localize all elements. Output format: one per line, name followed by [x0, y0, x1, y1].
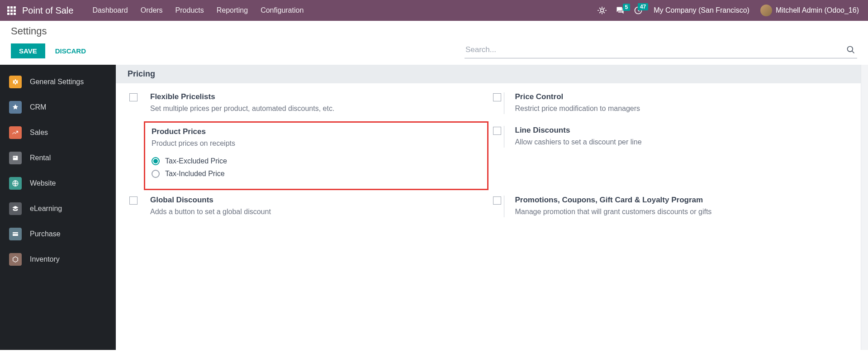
radio-tax-excluded[interactable]: Tax-Excluded Price [152, 157, 481, 165]
setting-desc: Set multiple prices per product, automat… [150, 103, 482, 114]
sidebar-item-elearning[interactable]: eLearning [0, 196, 116, 221]
section-title: Pricing [128, 69, 856, 79]
setting-desc: Restrict price modification to managers [515, 103, 846, 114]
apps-icon[interactable] [7, 6, 16, 15]
setting-flexible-pricelists: Flexible Pricelists Set multiple prices … [129, 92, 493, 114]
setting-global-discounts: Global Discounts Adds a button to set a … [129, 196, 493, 217]
settings-content: Pricing Flexible Pricelists Set multiple… [116, 65, 868, 350]
radio-icon [152, 170, 160, 178]
sidebar-item-label: Website [30, 179, 56, 187]
graduation-icon [9, 202, 22, 215]
nav-configuration[interactable]: Configuration [254, 6, 310, 14]
discard-button[interactable]: DISCARD [47, 43, 94, 58]
gear-icon [9, 76, 22, 88]
checkbox-flexible-pricelists[interactable] [129, 93, 138, 101]
save-button[interactable]: SAVE [11, 43, 45, 58]
setting-title: Line Discounts [515, 126, 846, 135]
key-icon [9, 152, 22, 164]
setting-desc: Adds a button to set a global discount [150, 206, 482, 217]
sidebar-item-label: CRM [30, 103, 46, 111]
app-title[interactable]: Point of Sale [22, 5, 73, 16]
svg-rect-4 [14, 157, 14, 158]
settings-sidebar: General Settings CRM Sales Rental Websit… [0, 65, 116, 350]
setting-desc: Allow cashiers to set a discount per lin… [515, 137, 846, 148]
checkbox-global-discounts[interactable] [129, 196, 138, 205]
debug-icon[interactable] [593, 6, 611, 15]
user-name: Mitchell Admin (Odoo_16) [776, 6, 859, 14]
sidebar-item-label: Inventory [30, 255, 60, 263]
setting-title: Price Control [515, 92, 846, 101]
control-panel: Settings SAVE DISCARD [0, 21, 868, 65]
activities-icon[interactable]: 47 [629, 6, 647, 15]
card-icon [9, 228, 22, 240]
setting-product-prices: Product Prices Product prices on receipt… [129, 126, 493, 184]
sidebar-item-label: Purchase [30, 230, 61, 238]
setting-price-control: Price Control Restrict price modificatio… [493, 92, 857, 114]
sidebar-item-website[interactable]: Website [0, 171, 116, 196]
radio-label: Tax-Excluded Price [165, 157, 227, 165]
radio-label: Tax-Included Price [165, 170, 225, 178]
box-icon [9, 253, 22, 266]
nav-products[interactable]: Products [169, 6, 210, 14]
globe-icon [9, 177, 22, 190]
sidebar-item-rental[interactable]: Rental [0, 145, 116, 171]
radio-icon [152, 157, 160, 165]
search-input[interactable] [465, 43, 844, 56]
company-switcher[interactable]: My Company (San Francisco) [647, 6, 756, 14]
nav-orders[interactable]: Orders [134, 6, 169, 14]
checkbox-promotions[interactable] [493, 196, 501, 205]
svg-rect-8 [13, 234, 18, 234]
sidebar-item-purchase[interactable]: Purchase [0, 221, 116, 247]
setting-title: Flexible Pricelists [150, 92, 482, 101]
user-menu[interactable]: Mitchell Admin (Odoo_16) [756, 5, 863, 16]
svg-rect-3 [13, 156, 18, 160]
nav-dashboard[interactable]: Dashboard [86, 6, 134, 14]
chart-icon [9, 126, 22, 139]
radio-tax-included[interactable]: Tax-Included Price [152, 170, 481, 178]
sidebar-item-label: Rental [30, 154, 51, 162]
sidebar-item-general-settings[interactable]: General Settings [0, 69, 116, 95]
activities-badge: 47 [638, 3, 648, 10]
sidebar-item-inventory[interactable]: Inventory [0, 247, 116, 272]
svg-point-0 [601, 9, 604, 12]
setting-line-discounts: Line Discounts Allow cashiers to set a d… [493, 126, 857, 184]
sidebar-item-label: General Settings [30, 78, 84, 86]
scrollbar-track[interactable] [861, 65, 868, 350]
sidebar-item-label: eLearning [30, 205, 62, 213]
section-header-pricing: Pricing [116, 65, 868, 83]
checkbox-line-discounts[interactable] [493, 127, 501, 135]
handshake-icon [9, 101, 22, 114]
sidebar-item-crm[interactable]: CRM [0, 95, 116, 120]
page-title: Settings [11, 25, 451, 37]
sidebar-item-label: Sales [30, 129, 48, 137]
setting-title: Promotions, Coupons, Gift Card & Loyalty… [515, 196, 846, 205]
setting-promotions: Promotions, Coupons, Gift Card & Loyalty… [493, 196, 857, 217]
search-icon[interactable] [844, 45, 857, 54]
setting-desc: Product prices on receipts [152, 138, 481, 149]
nav-reporting[interactable]: Reporting [210, 6, 254, 14]
svg-point-2 [848, 47, 853, 52]
avatar [760, 5, 772, 16]
messages-icon[interactable]: 5 [611, 6, 629, 14]
sidebar-item-sales[interactable]: Sales [0, 120, 116, 145]
highlight-box: Product Prices Product prices on receipt… [144, 121, 489, 190]
topbar: Point of Sale Dashboard Orders Products … [0, 0, 868, 21]
setting-desc: Manage promotion that will grant custome… [515, 206, 846, 217]
setting-title: Product Prices [152, 127, 481, 136]
setting-title: Global Discounts [150, 196, 482, 205]
checkbox-price-control[interactable] [493, 93, 501, 101]
svg-rect-5 [15, 157, 16, 158]
